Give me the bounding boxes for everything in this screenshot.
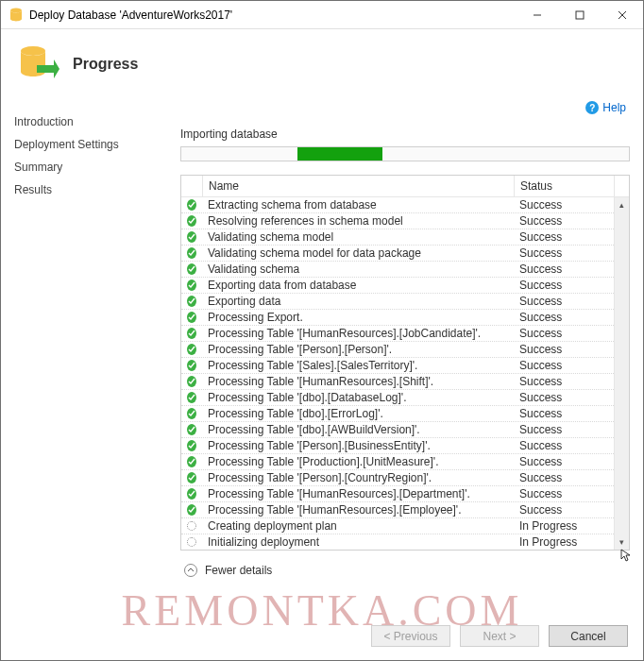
close-button[interactable] xyxy=(601,1,643,28)
sidebar: Introduction Deployment Settings Summary… xyxy=(14,105,180,612)
success-icon xyxy=(187,328,196,339)
status-text: Importing database xyxy=(180,105,630,146)
table-row[interactable]: Validating schema model for data package… xyxy=(181,246,614,262)
success-icon xyxy=(187,215,196,227)
table-row[interactable]: Processing Table '[dbo].[AWBuildVersion]… xyxy=(181,422,614,438)
row-name: Processing Table '[HumanResources].[Empl… xyxy=(202,503,514,517)
table-row[interactable]: Processing Table '[dbo].[ErrorLog]'.Succ… xyxy=(181,406,614,422)
button-row: < Previous Next > Cancel xyxy=(1,612,643,660)
row-name: Initializing deployment xyxy=(202,535,514,549)
table-row[interactable]: Processing Table '[Person].[BusinessEnti… xyxy=(181,438,614,454)
success-icon xyxy=(187,376,196,387)
header: Progress xyxy=(1,29,643,105)
success-icon xyxy=(187,456,196,467)
results-grid: Name Status Extracting schema from datab… xyxy=(180,175,630,551)
row-status-icon xyxy=(181,472,202,483)
row-status: Success xyxy=(514,359,614,372)
row-status: Success xyxy=(514,439,614,452)
table-row[interactable]: Creating deployment planIn Progress xyxy=(181,518,614,534)
success-icon xyxy=(187,312,196,323)
table-row[interactable]: Exporting dataSuccess xyxy=(181,294,614,310)
next-button: Next > xyxy=(460,625,539,647)
sidebar-item-introduction[interactable]: Introduction xyxy=(14,110,180,133)
table-row[interactable]: Processing Table '[Person].[CountryRegio… xyxy=(181,470,614,486)
row-name: Exporting data from database xyxy=(202,279,514,292)
cancel-button[interactable]: Cancel xyxy=(549,625,628,647)
table-row[interactable]: Validating schemaSuccess xyxy=(181,262,614,278)
row-status: Success xyxy=(514,295,614,308)
sidebar-item-summary[interactable]: Summary xyxy=(14,156,180,178)
table-row[interactable]: Processing Table '[Production].[UnitMeas… xyxy=(181,454,614,470)
row-status-icon xyxy=(181,456,202,467)
row-status-icon xyxy=(181,537,202,547)
table-row[interactable]: Validating schema modelSuccess xyxy=(181,229,614,246)
table-row[interactable]: Resolving references in schema modelSucc… xyxy=(181,213,614,229)
row-status-icon xyxy=(181,247,202,259)
success-icon xyxy=(187,504,196,516)
success-icon xyxy=(187,392,196,403)
previous-button: < Previous xyxy=(371,625,450,647)
table-row[interactable]: Initializing deploymentIn Progress xyxy=(181,534,614,550)
svg-point-5 xyxy=(21,46,45,56)
details-toggle[interactable]: Fewer details xyxy=(180,551,630,577)
table-row[interactable]: Processing Export.Success xyxy=(181,310,614,326)
row-name: Resolving references in schema model xyxy=(202,214,514,228)
row-status: Success xyxy=(514,343,614,356)
row-name: Processing Table '[HumanResources].[JobC… xyxy=(202,327,514,340)
scroll-up-icon[interactable]: ▴ xyxy=(615,197,629,212)
grid-header-icon[interactable] xyxy=(181,176,202,196)
table-row[interactable]: Processing Table '[HumanResources].[JobC… xyxy=(181,326,614,342)
table-row[interactable]: Extracting schema from databaseSuccess xyxy=(181,197,614,213)
grid-header: Name Status xyxy=(181,176,629,197)
row-name: Processing Table '[HumanResources].[Depa… xyxy=(202,487,514,500)
row-status: Success xyxy=(514,230,614,244)
help-label: Help xyxy=(602,101,626,114)
row-status-icon xyxy=(181,504,202,516)
deploy-database-icon xyxy=(16,42,59,86)
row-status-icon xyxy=(181,199,202,211)
row-status: Success xyxy=(514,455,614,468)
grid-header-name[interactable]: Name xyxy=(202,176,514,196)
grid-header-scroll xyxy=(614,176,629,196)
success-icon xyxy=(187,488,196,500)
row-status-icon xyxy=(181,488,202,500)
minimize-button[interactable] xyxy=(516,1,558,28)
row-status-icon xyxy=(181,392,202,403)
success-icon xyxy=(187,440,196,451)
row-name: Exporting data xyxy=(202,295,514,308)
row-status: Success xyxy=(514,327,614,340)
table-row[interactable]: Processing Table '[HumanResources].[Empl… xyxy=(181,502,614,518)
help-link[interactable]: ? Help xyxy=(585,101,626,114)
grid-header-status[interactable]: Status xyxy=(514,176,614,196)
database-icon xyxy=(8,8,24,23)
table-row[interactable]: Processing Table '[HumanResources].[Depa… xyxy=(181,486,614,502)
table-row[interactable]: Processing Table '[Person].[Person]'.Suc… xyxy=(181,342,614,358)
success-icon xyxy=(187,231,196,243)
table-row[interactable]: Processing Table '[Sales].[SalesTerritor… xyxy=(181,358,614,374)
progress-bar xyxy=(180,146,630,161)
row-name: Processing Table '[dbo].[AWBuildVersion]… xyxy=(202,423,514,436)
row-name: Processing Table '[Person].[Person]'. xyxy=(202,343,514,356)
table-row[interactable]: Processing Table '[dbo].[DatabaseLog]'.S… xyxy=(181,390,614,406)
row-status: Success xyxy=(514,503,614,517)
scroll-down-icon[interactable]: ▾ xyxy=(615,534,629,550)
row-name: Processing Export. xyxy=(202,311,514,324)
table-row[interactable]: Exporting data from databaseSuccess xyxy=(181,278,614,294)
sidebar-item-results[interactable]: Results xyxy=(14,178,180,201)
progress-fill xyxy=(297,147,382,161)
row-status-icon xyxy=(181,312,202,323)
row-status: Success xyxy=(514,246,614,260)
row-status: Success xyxy=(514,487,614,500)
row-status: In Progress xyxy=(514,519,614,533)
table-row[interactable]: Processing Table '[HumanResources].[Shif… xyxy=(181,374,614,390)
row-name: Processing Table '[dbo].[ErrorLog]'. xyxy=(202,407,514,420)
row-status: Success xyxy=(514,407,614,420)
sidebar-item-deployment-settings[interactable]: Deployment Settings xyxy=(14,133,180,156)
chevron-up-icon xyxy=(184,564,197,577)
vertical-scrollbar[interactable]: ▴ ▾ xyxy=(614,197,629,550)
maximize-button[interactable] xyxy=(558,1,601,28)
titlebar: Deploy Database 'AdventureWorks2017' xyxy=(1,1,643,29)
row-status-icon xyxy=(181,521,202,531)
main-panel: Importing database Name Status Extractin… xyxy=(180,105,630,612)
row-status: Success xyxy=(514,214,614,228)
